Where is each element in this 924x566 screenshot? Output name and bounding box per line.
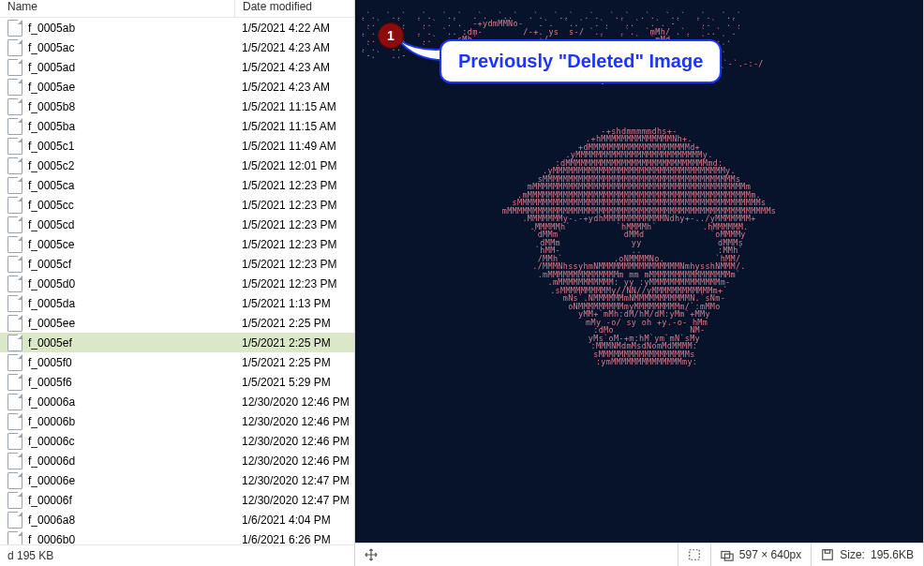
file-row[interactable]: f_0005cd1/5/2021 12:23 PM [0,215,354,234]
file-date-cell: 12/30/2020 12:46 PM [234,415,354,428]
column-header-name[interactable]: Name [0,0,234,17]
size-value: 195.6KB [871,548,914,561]
file-date-cell: 12/30/2020 12:47 PM [234,474,354,487]
svg-rect-2 [724,554,733,560]
file-name: f_0005ba [28,120,75,133]
file-row[interactable]: f_00006e12/30/2020 12:47 PM [0,470,354,490]
file-row[interactable]: f_0005b81/5/2021 11:15 AM [0,97,354,116]
file-row[interactable]: f_0005c21/5/2021 12:01 PM [0,156,354,175]
file-rows[interactable]: f_0005ab1/5/2021 4:22 AMf_0005ac1/5/2021… [0,18,354,544]
file-row[interactable]: f_0005ee1/5/2021 2:25 PM [0,313,354,333]
file-name: f_0005c1 [28,140,74,153]
file-row[interactable]: f_0005ca1/5/2021 12:23 PM [0,175,354,195]
file-row[interactable]: f_0005cf1/5/2021 12:23 PM [0,254,354,274]
file-name: f_00006e [28,474,75,487]
main-area: Name Date modified f_0005ab1/5/2021 4:22… [0,0,923,566]
file-icon [7,138,22,155]
file-name: f_00006d [28,454,75,468]
file-name: f_0005ef [28,336,72,350]
tool-select[interactable] [678,544,710,566]
file-row[interactable]: f_0005f61/5/2021 5:29 PM [0,372,354,392]
file-row[interactable]: f_00006b12/30/2020 12:46 PM [0,411,354,431]
file-date-cell: 1/5/2021 12:23 PM [234,199,354,212]
file-date-cell: 12/30/2020 12:46 PM [234,435,354,448]
file-name: f_0005ca [28,179,74,192]
file-name: f_0005cf [28,258,71,271]
column-header-date[interactable]: Date modified [234,0,354,17]
status-size: Size: 195.6KB [811,544,923,566]
file-row[interactable]: f_0006a81/6/2021 4:04 PM [0,510,354,529]
file-row[interactable]: f_0005ac1/5/2021 4:23 AM [0,37,354,57]
file-row[interactable]: f_00006c12/30/2020 12:46 PM [0,431,354,451]
disk-icon [821,548,834,561]
file-name: f_0006b0 [28,533,75,545]
file-name: f_0005b8 [28,100,75,113]
file-icon [7,216,22,233]
file-row[interactable]: f_0005f01/5/2021 2:25 PM [0,352,354,372]
file-row[interactable]: f_0005c11/5/2021 11:49 AM [0,136,354,156]
file-row[interactable]: f_00006a12/30/2020 12:46 PM [0,392,354,411]
file-name-cell: f_00006d [0,453,234,469]
file-row[interactable]: f_0005d01/5/2021 12:23 PM [0,274,354,293]
preview-statusbar: 597 × 640px Size: 195.6KB [355,543,923,566]
file-date-cell: 1/6/2021 4:04 PM [234,514,354,527]
file-name: f_00006f [28,494,72,507]
file-name: f_0005cd [28,218,74,231]
file-name: f_0005ce [28,238,74,251]
file-date-cell: 1/5/2021 12:23 PM [234,277,354,290]
file-row[interactable]: f_0006b01/6/2021 6:26 PM [0,529,354,544]
file-name-cell: f_0005ee [0,315,234,332]
file-icon [7,118,22,135]
tool-pan[interactable] [355,544,387,566]
file-icon [7,39,22,56]
file-name-cell: f_0005ca [0,177,234,194]
file-row[interactable]: f_0005ae1/5/2021 4:23 AM [0,77,354,97]
file-icon [7,295,22,312]
file-name: f_0005da [28,297,75,310]
file-icon [7,472,22,489]
file-list-header: Name Date modified [0,0,354,18]
file-name-cell: f_0005ef [0,335,234,351]
file-name: f_0005ac [28,41,74,54]
file-date-cell: 1/5/2021 11:15 AM [234,100,354,113]
preview-canvas[interactable]: .`. `..` .`. `..` .`. `..` .`. `..` .`. … [355,0,923,543]
file-icon [7,236,22,253]
file-date-cell: 1/5/2021 4:22 AM [234,22,354,35]
dimensions-icon [721,548,734,561]
selection-icon [688,548,701,561]
file-name-cell: f_00006b [0,413,234,430]
file-name-cell: f_0005da [0,295,234,312]
svg-rect-4 [826,550,830,554]
file-name-cell: f_0005c1 [0,138,234,155]
file-row[interactable]: f_00006d12/30/2020 12:46 PM [0,451,354,470]
annotation-callout: Previously "Deleted" Image [440,39,722,83]
file-name: f_0005ad [28,61,75,74]
file-row[interactable]: f_0005ba1/5/2021 11:15 AM [0,116,354,136]
file-icon [7,512,22,529]
annotation-badge: 1 [378,22,404,49]
file-row[interactable]: f_0005da1/5/2021 1:13 PM [0,293,354,313]
file-row[interactable]: f_0005cc1/5/2021 12:23 PM [0,195,354,215]
file-row[interactable]: f_0005ab1/5/2021 4:22 AM [0,18,354,37]
preview-panel: .`. `..` .`. `..` .`. `..` .`. `..` .`. … [355,0,923,566]
file-date-cell: 1/5/2021 5:29 PM [234,376,354,389]
file-name-cell: f_0005ba [0,118,234,135]
file-name-cell: f_0005ac [0,39,234,56]
file-name: f_0005f0 [28,356,72,369]
file-date-cell: 1/5/2021 1:13 PM [234,297,354,310]
svg-rect-3 [823,550,833,560]
file-name-cell: f_0005f0 [0,354,234,371]
file-date-cell: 1/5/2021 12:23 PM [234,238,354,251]
file-icon [7,276,22,292]
file-row[interactable]: f_0005ad1/5/2021 4:23 AM [0,57,354,77]
file-name-cell: f_0005ce [0,236,234,253]
file-row[interactable]: f_0005ef1/5/2021 2:25 PM [0,333,354,352]
file-icon [7,413,22,430]
file-icon [7,531,22,545]
file-row[interactable]: f_00006f12/30/2020 12:47 PM [0,490,354,510]
move-icon [365,548,378,561]
file-list-statusbar: d 195 KB [0,544,354,566]
file-date-cell: 12/30/2020 12:47 PM [234,494,354,507]
app-window: Name Date modified f_0005ab1/5/2021 4:22… [0,0,924,566]
file-row[interactable]: f_0005ce1/5/2021 12:23 PM [0,234,354,254]
